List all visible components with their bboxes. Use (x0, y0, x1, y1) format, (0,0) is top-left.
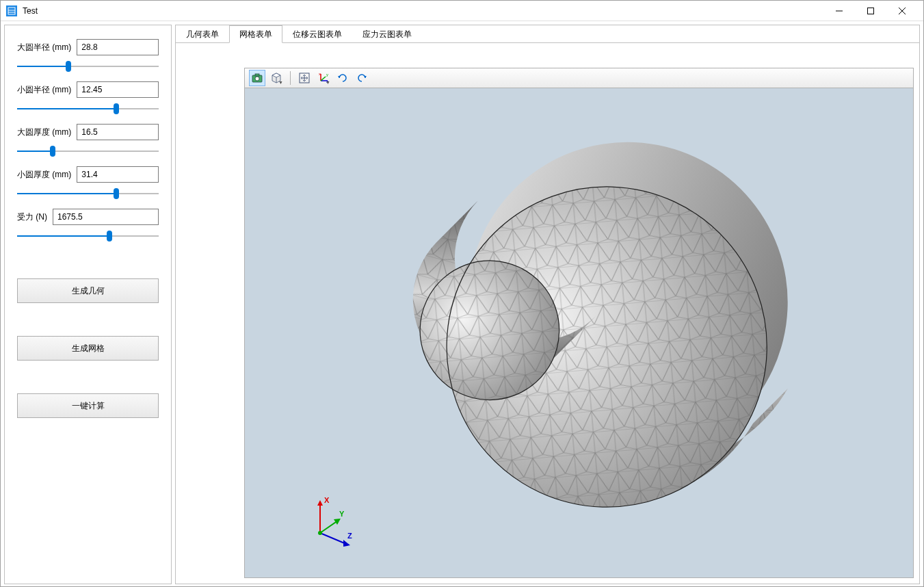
axes-icon[interactable]: xyz▼ (315, 70, 332, 86)
param-input[interactable] (77, 81, 159, 98)
viewport-toolbar: ▼xyz▼ (244, 68, 914, 88)
tab-1[interactable]: 网格表单 (229, 25, 282, 43)
svg-marker-27 (317, 500, 323, 506)
view-cube-icon[interactable]: ▼ (268, 70, 285, 86)
svg-text:y: y (326, 73, 328, 77)
svg-marker-29 (334, 519, 341, 525)
svg-rect-0 (8, 8, 15, 14)
rotate-ccw-icon[interactable] (354, 70, 370, 86)
param-label: 小圆厚度 (mm) (17, 169, 71, 181)
main-area: 大圆半径 (mm) 小圆半径 (mm) 大圆厚度 (mm) 小圆厚度 (mm) (1, 21, 923, 587)
axis-y-label: Y (339, 510, 345, 518)
axis-x-label: X (324, 496, 330, 504)
tab-0[interactable]: 几何表单 (176, 25, 229, 43)
param-label: 大圆半径 (mm) (17, 42, 71, 53)
titlebar: Test (1, 1, 923, 21)
param-slider[interactable] (17, 61, 159, 72)
svg-marker-18 (364, 76, 367, 78)
sidebar: 大圆半径 (mm) 小圆半径 (mm) 大圆厚度 (mm) 小圆厚度 (mm) (4, 25, 172, 584)
param-input[interactable] (77, 166, 159, 183)
param-input[interactable] (77, 124, 159, 140)
svg-point-32 (318, 531, 322, 535)
svg-marker-31 (343, 540, 350, 547)
param-slider[interactable] (17, 103, 159, 114)
svg-point-9 (255, 77, 259, 81)
svg-rect-8 (255, 74, 259, 76)
app-icon (6, 5, 17, 16)
axis-z-label: Z (347, 532, 352, 540)
param-group-0: 大圆半径 (mm) (17, 39, 159, 72)
tab-2[interactable]: 位移云图表单 (282, 25, 352, 43)
viewport-wrap: ▼xyz▼ (176, 43, 919, 584)
content-panel: 几何表单网格表单位移云图表单应力云图表单 ▼xyz▼ (175, 25, 920, 584)
svg-line-13 (321, 77, 326, 81)
param-group-3: 小圆厚度 (mm) (17, 166, 159, 199)
window-controls (823, 1, 918, 21)
param-slider[interactable] (17, 231, 159, 242)
param-group-4: 受力 (N) (17, 209, 159, 242)
fit-view-icon[interactable] (296, 70, 313, 86)
tab-3[interactable]: 应力云图表单 (352, 25, 422, 43)
param-slider[interactable] (17, 188, 159, 199)
maximize-button[interactable] (855, 1, 886, 21)
svg-line-28 (320, 521, 338, 533)
generate-mesh-button[interactable]: 生成网格 (17, 336, 159, 361)
svg-text:x: x (319, 73, 321, 76)
param-input[interactable] (77, 39, 159, 55)
param-label: 大圆厚度 (mm) (17, 127, 71, 138)
param-slider[interactable] (17, 146, 159, 157)
svg-line-30 (320, 533, 346, 544)
window-title: Test (23, 6, 823, 16)
action-buttons: 生成几何 生成网格 一键计算 (17, 278, 159, 418)
param-input[interactable] (53, 209, 159, 225)
snapshot-icon[interactable] (249, 70, 265, 86)
rotate-cw-icon[interactable] (334, 70, 351, 86)
viewport[interactable]: X Y Z (244, 88, 914, 578)
tab-bar: 几何表单网格表单位移云图表单应力云图表单 (176, 25, 919, 43)
param-group-1: 小圆半径 (mm) (17, 81, 159, 114)
param-label: 小圆半径 (mm) (17, 84, 71, 96)
app-window: Test 大圆半径 (mm) 小圆半径 (mm) 大圆厚度 (mm) (0, 0, 924, 587)
param-group-2: 大圆厚度 (mm) (17, 124, 159, 157)
compute-button[interactable]: 一键计算 (17, 393, 159, 418)
minimize-button[interactable] (823, 1, 855, 21)
param-label: 受力 (N) (17, 211, 47, 223)
close-button[interactable] (886, 1, 918, 21)
axis-triad: X Y Z (306, 495, 361, 550)
generate-geometry-button[interactable]: 生成几何 (17, 278, 159, 303)
svg-rect-4 (868, 8, 874, 14)
svg-marker-17 (338, 76, 341, 78)
toolbar-separator (290, 71, 291, 85)
